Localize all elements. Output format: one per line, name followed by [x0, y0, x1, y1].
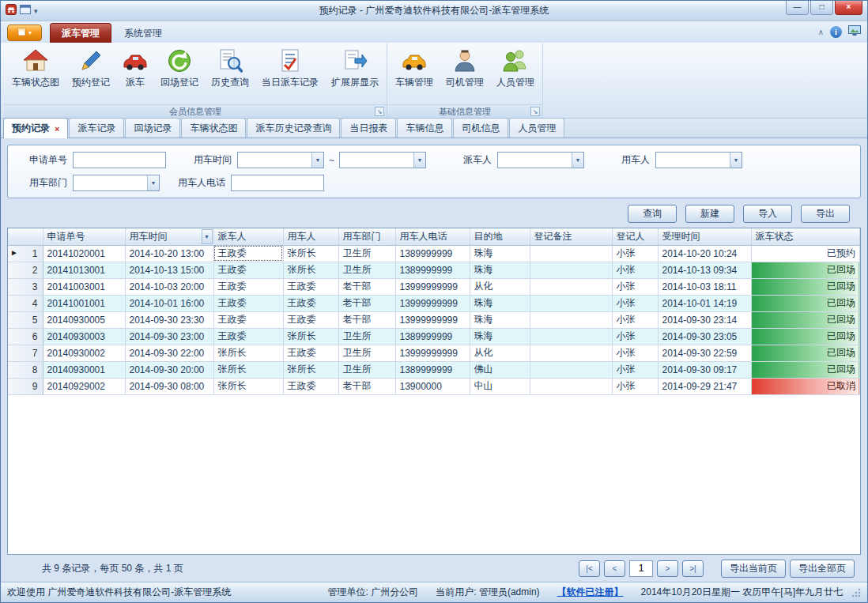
cell-use_time[interactable]: 2014-09-30 23:00: [125, 328, 213, 345]
column-header-remark[interactable]: 登记备注: [530, 228, 612, 245]
cell-accept_time[interactable]: 2014-09-30 23:14: [658, 311, 751, 328]
cell-phone[interactable]: 1389999999: [395, 361, 470, 378]
window-layout-icon[interactable]: [20, 5, 31, 17]
cell-user[interactable]: 王政委: [283, 295, 338, 311]
cell-status[interactable]: 已回场: [751, 278, 860, 295]
cell-phone[interactable]: 13999999999: [395, 311, 470, 328]
export-all-pages-button[interactable]: 导出全部页: [790, 560, 855, 578]
apply-no-input[interactable]: [73, 152, 166, 168]
chevron-down-icon[interactable]: ▼: [311, 153, 323, 168]
cell-destination[interactable]: 珠海: [470, 328, 530, 345]
cell-apply_no[interactable]: 20140930003: [43, 328, 125, 345]
first-page-button[interactable]: |<: [579, 560, 600, 577]
ribbon-tab-system-management[interactable]: 系统管理: [113, 24, 173, 43]
export-button[interactable]: 导出: [801, 205, 850, 223]
cell-remark[interactable]: [530, 328, 612, 345]
cell-destination[interactable]: 珠海: [470, 262, 530, 278]
cell-status[interactable]: 已回场: [751, 345, 860, 361]
cell-registrar[interactable]: 小张: [612, 278, 658, 295]
row-header[interactable]: 3: [8, 278, 43, 295]
cell-registrar[interactable]: 小张: [612, 345, 658, 361]
dispatcher-select[interactable]: ▼: [497, 152, 584, 168]
cell-destination[interactable]: 佛山: [470, 361, 530, 378]
cell-remark[interactable]: [530, 262, 612, 278]
close-tab-icon[interactable]: ×: [55, 124, 59, 134]
cell-remark[interactable]: [530, 378, 612, 394]
cell-status[interactable]: 已取消: [751, 378, 860, 394]
chevron-down-icon[interactable]: ▼: [413, 153, 425, 168]
cell-accept_time[interactable]: 2014-10-20 10:24: [658, 245, 751, 262]
cell-department[interactable]: 卫生所: [338, 345, 395, 361]
column-header-department[interactable]: 用车部门: [338, 228, 395, 245]
document-tab-personnel-management[interactable]: 人员管理: [509, 118, 564, 138]
document-tab-reservation-records[interactable]: 预约记录×: [3, 118, 68, 138]
cell-remark[interactable]: [530, 311, 612, 328]
column-header-status[interactable]: 派车状态: [751, 228, 860, 245]
column-header-dispatcher[interactable]: 派车人: [213, 228, 283, 245]
column-header-apply_no[interactable]: 申请单号: [43, 228, 125, 245]
cell-dispatcher[interactable]: 张所长: [213, 345, 283, 361]
cell-user[interactable]: 王政委: [283, 311, 338, 328]
row-header[interactable]: 6: [8, 328, 43, 345]
cell-user[interactable]: 张所长: [283, 328, 338, 345]
cell-apply_no[interactable]: 20141013001: [43, 262, 125, 278]
department-select[interactable]: ▼: [73, 175, 160, 191]
cell-dispatcher[interactable]: 张所长: [213, 361, 283, 378]
cell-dispatcher[interactable]: 王政委: [213, 295, 283, 311]
ribbon-button-extended-screen[interactable]: 扩展屏显示: [325, 45, 385, 92]
cell-phone[interactable]: 13900000: [395, 378, 470, 394]
column-header-destination[interactable]: 目的地: [470, 228, 530, 245]
document-tab-return-records[interactable]: 回场记录: [125, 118, 180, 138]
close-button[interactable]: ×: [835, 1, 862, 15]
cell-department[interactable]: 老干部: [338, 311, 395, 328]
ribbon-button-personnel-management[interactable]: 人员管理: [490, 45, 541, 92]
cell-phone[interactable]: 1389999999: [395, 328, 470, 345]
cell-accept_time[interactable]: 2014-10-13 09:34: [658, 262, 751, 278]
document-tab-dispatch-history-query[interactable]: 派车历史记录查询: [247, 118, 340, 138]
prev-page-button[interactable]: <: [604, 560, 625, 577]
cell-destination[interactable]: 中山: [470, 378, 530, 394]
dialog-launcher-icon[interactable]: ↘: [530, 107, 540, 116]
cell-registrar[interactable]: 小张: [612, 295, 658, 311]
cell-destination[interactable]: 珠海: [470, 295, 530, 311]
cell-user[interactable]: 王政委: [283, 278, 338, 295]
column-header-registrar[interactable]: 登记人: [612, 228, 658, 245]
cell-accept_time[interactable]: 2014-10-03 18:11: [658, 278, 751, 295]
use-time-from-select[interactable]: ▼: [237, 152, 324, 168]
column-header-phone[interactable]: 用车人电话: [395, 228, 470, 245]
use-time-to-select[interactable]: ▼: [339, 152, 426, 168]
cell-phone[interactable]: 1389999999: [395, 245, 470, 262]
document-tab-driver-info[interactable]: 司机信息: [453, 118, 508, 138]
cell-registrar[interactable]: 小张: [612, 262, 658, 278]
cell-accept_time[interactable]: 2014-09-29 21:47: [658, 378, 751, 394]
chevron-down-icon[interactable]: ▼: [147, 175, 159, 190]
column-header-use_time[interactable]: 用车时间▼: [125, 228, 213, 245]
column-filter-icon[interactable]: ▼: [202, 229, 213, 244]
cell-registrar[interactable]: 小张: [612, 311, 658, 328]
cell-destination[interactable]: 从化: [470, 345, 530, 361]
cell-status[interactable]: 已预约: [751, 245, 860, 262]
cell-phone[interactable]: 13999999999: [395, 295, 470, 311]
cell-remark[interactable]: [530, 361, 612, 378]
ribbon-button-today-dispatch-records[interactable]: 当日派车记录: [255, 45, 325, 92]
cell-registrar[interactable]: 小张: [612, 378, 658, 394]
cell-phone[interactable]: 1389999999: [395, 262, 470, 278]
ribbon-button-return-register[interactable]: 回场登记: [154, 45, 205, 92]
maximize-button[interactable]: □: [810, 1, 833, 15]
ribbon-tab-dispatch-management[interactable]: 派车管理: [50, 23, 111, 43]
ribbon-button-vehicle-status-chart[interactable]: 车辆状态图: [6, 45, 66, 92]
cell-destination[interactable]: 从化: [470, 278, 530, 295]
cell-user[interactable]: 张所长: [283, 245, 338, 262]
cell-apply_no[interactable]: 20141003001: [43, 278, 125, 295]
cell-use_time[interactable]: 2014-10-01 16:00: [125, 295, 213, 311]
query-button[interactable]: 查询: [628, 205, 677, 223]
extended-display-icon[interactable]: [848, 25, 861, 39]
cell-use_time[interactable]: 2014-09-30 20:00: [125, 361, 213, 378]
row-header[interactable]: 9: [8, 378, 43, 394]
cell-dispatcher[interactable]: 王政委: [213, 245, 283, 262]
cell-use_time[interactable]: 2014-10-20 13:00: [125, 245, 213, 262]
ribbon-button-dispatch[interactable]: 派车: [116, 45, 154, 92]
collapse-ribbon-icon[interactable]: ∧: [818, 28, 824, 36]
cell-department[interactable]: 卫生所: [338, 328, 395, 345]
column-header-user[interactable]: 用车人: [283, 228, 338, 245]
